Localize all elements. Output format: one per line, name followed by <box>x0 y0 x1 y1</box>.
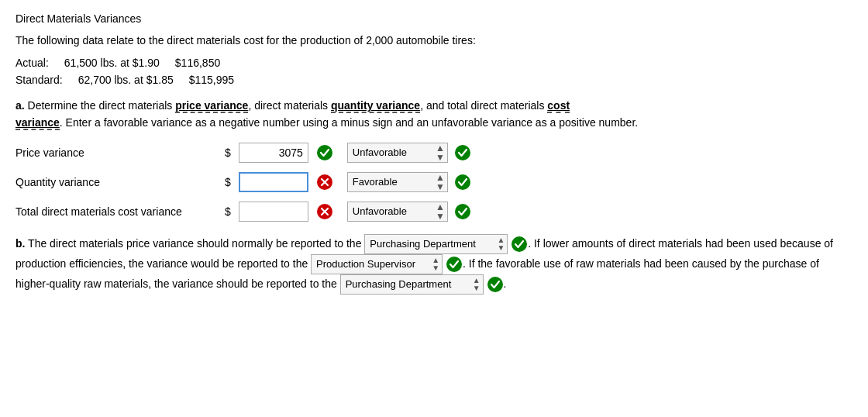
standard-lbs: 62,700 lbs. at $1.85 <box>78 74 174 86</box>
total-variance-label: Total direct materials cost variance <box>16 205 217 218</box>
svg-point-1 <box>455 145 470 160</box>
price-variance-select-group: Unfavorable Favorable ▲ ▼ <box>347 143 471 163</box>
total-variance-select-group: Unfavorable Favorable ▲ ▼ <box>347 202 471 222</box>
total-select-wrapper: Unfavorable Favorable ▲ ▼ <box>347 202 448 222</box>
price-variance-label: Price variance <box>16 146 217 159</box>
dept-select-2-check <box>446 256 463 273</box>
standard-row: Standard: 62,700 lbs. at $1.85 $115,995 <box>16 74 852 86</box>
total-select-check <box>454 203 471 220</box>
svg-point-12 <box>487 277 503 292</box>
total-variance-row: Total direct materials cost variance $ U… <box>16 202 852 222</box>
part-a-label: a. <box>16 99 25 112</box>
dept-select-3[interactable]: Purchasing Department Production Supervi… <box>340 274 484 295</box>
quantity-variance-cross <box>316 174 333 191</box>
price-variance-check <box>316 144 333 161</box>
dept-select-2[interactable]: Purchasing Department Production Supervi… <box>311 254 443 274</box>
total-variance-input[interactable] <box>239 202 308 222</box>
total-dollar-sign: $ <box>225 205 231 218</box>
quantity-variance-input[interactable] <box>239 172 308 192</box>
price-variance-select[interactable]: Unfavorable Favorable <box>347 143 448 163</box>
price-select-wrapper: Unfavorable Favorable ▲ ▼ <box>347 143 448 163</box>
instructions-a: a. Determine the direct materials price … <box>16 97 852 132</box>
quantity-select-check <box>454 174 471 191</box>
dept-select-1-check <box>511 236 528 253</box>
quantity-variance-select-group: Favorable Unfavorable ▲ ▼ <box>347 172 471 192</box>
actual-label: Actual: <box>16 57 49 69</box>
svg-point-5 <box>455 174 470 190</box>
actual-lbs: 61,500 lbs. at $1.90 <box>64 57 160 69</box>
total-variance-select[interactable]: Unfavorable Favorable <box>347 202 448 222</box>
price-select-check <box>454 144 471 161</box>
section-b: b. The direct materials price variance s… <box>16 234 852 295</box>
quantity-dollar-sign: $ <box>225 176 231 188</box>
intro: The following data relate to the direct … <box>16 33 852 49</box>
svg-point-11 <box>446 257 462 272</box>
standard-label: Standard: <box>16 74 63 86</box>
standard-amount: $115,995 <box>189 74 234 86</box>
svg-point-9 <box>455 204 470 219</box>
dept-select-3-check <box>487 276 504 293</box>
actual-row: Actual: 61,500 lbs. at $1.90 $116,850 <box>16 57 852 69</box>
total-variance-cross <box>316 203 333 220</box>
svg-point-10 <box>512 236 527 252</box>
select1-wrapper: Purchasing Department Production Supervi… <box>364 234 508 254</box>
actual-amount: $116,850 <box>175 57 220 69</box>
quantity-variance-row: Quantity variance $ Favorable Unfavorabl… <box>16 172 852 192</box>
quantity-select-wrapper: Favorable Unfavorable ▲ ▼ <box>347 172 448 192</box>
dept-select-1[interactable]: Purchasing Department Production Supervi… <box>364 234 508 254</box>
select2-wrapper: Purchasing Department Production Supervi… <box>311 254 443 274</box>
price-dollar-sign: $ <box>225 146 231 159</box>
svg-point-0 <box>317 145 332 160</box>
quantity-variance-label: Quantity variance <box>16 176 217 188</box>
price-variance-input[interactable] <box>239 143 308 163</box>
variance-rows-container: Price variance $ Unfavorable Favorable ▲… <box>16 143 852 222</box>
title: Direct Materials Variances <box>16 12 852 25</box>
price-variance-row: Price variance $ Unfavorable Favorable ▲… <box>16 143 852 163</box>
quantity-variance-select[interactable]: Favorable Unfavorable <box>347 172 448 192</box>
part-b-label: b. <box>16 236 25 249</box>
select3-wrapper: Purchasing Department Production Supervi… <box>340 274 484 295</box>
